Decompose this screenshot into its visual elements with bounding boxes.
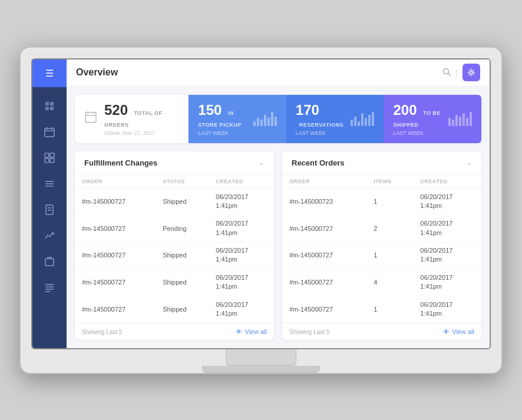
- created-cell: 06/20/2017 1:41pm: [413, 188, 481, 215]
- recent-orders-footer: Showing Last 5 👁 View all: [282, 323, 481, 340]
- order-cell: #m-145000727: [75, 296, 156, 323]
- eye-icon-2: 👁: [443, 328, 450, 335]
- pickup-number: 150: [198, 102, 222, 118]
- table-row: #m-145000727 4 06/20/2017 1:41pm: [282, 269, 481, 296]
- svg-rect-7: [50, 158, 54, 163]
- items-cell: 1: [366, 188, 413, 215]
- sidebar-item-grid[interactable]: [32, 146, 67, 170]
- sidebar-item-orders[interactable]: [32, 172, 67, 196]
- hamburger-icon[interactable]: ☰: [45, 68, 54, 79]
- sidebar-item-dashboard[interactable]: [32, 94, 67, 118]
- sidebar-item-inventory[interactable]: [32, 250, 67, 273]
- sidebar-item-documents[interactable]: [32, 198, 67, 221]
- recent-col-order: ORDER: [282, 175, 366, 188]
- recent-view-all-label: View all: [452, 328, 474, 335]
- order-cell: #m-145000727: [282, 269, 366, 296]
- settings-button[interactable]: [462, 64, 480, 81]
- svg-rect-23: [85, 113, 96, 123]
- inventory-icon: [44, 256, 55, 267]
- fulfillment-header: Fulfillment Changes ⌄: [75, 151, 274, 175]
- calendar-icon: [44, 126, 55, 138]
- status-cell: Shipped: [156, 296, 209, 323]
- status-cell: Shipped: [156, 242, 209, 269]
- recent-showing: Showing Last 5: [289, 329, 329, 335]
- recent-orders-chevron-icon[interactable]: ⌄: [466, 158, 472, 167]
- fulfillment-col-created: CREATED: [209, 175, 274, 188]
- reservations-number: 170: [296, 102, 319, 118]
- eye-icon: 👁: [236, 328, 242, 335]
- items-cell: 1: [366, 296, 413, 323]
- fulfillment-showing: Showing Last 5: [82, 329, 122, 335]
- tables-row: Fulfillment Changes ⌄ ORDER STATUS CREAT…: [75, 151, 481, 340]
- page-title: Overview: [76, 67, 437, 78]
- stat-pickup: 150 IN STORE PICKUP LAST WEEK: [189, 95, 286, 143]
- order-cell: #m-145000727: [282, 296, 366, 323]
- items-cell: 1: [366, 242, 413, 269]
- fulfillment-table: ORDER STATUS CREATED #m-145000727 Shippe…: [75, 175, 274, 323]
- svg-point-14: [52, 233, 55, 235]
- created-cell: 06/20/2017 1:41pm: [209, 296, 274, 323]
- table-row: #m-145000727 1 06/20/2017 1:41pm: [282, 296, 481, 323]
- recent-orders-card: Recent Orders ⌄ ORDER ITEMS CREATED: [282, 151, 481, 340]
- total-orders-info: 520 TOTAL OF ORDERS Oldest: Mar. 27, 201…: [104, 102, 179, 136]
- reports-icon: [44, 230, 55, 242]
- fulfillment-col-order: ORDER: [75, 175, 156, 188]
- reservations-chart: [351, 112, 374, 126]
- table-row: #m-145000727 1 06/20/2017 1:41pm: [282, 242, 481, 269]
- topbar-right: |: [442, 64, 480, 81]
- items-cell: 4: [366, 269, 413, 296]
- reservations-label: RESERVATIONS: [299, 122, 344, 128]
- recent-view-all-button[interactable]: 👁 View all: [443, 328, 474, 335]
- topbar-divider: |: [455, 68, 458, 77]
- order-cell: #m-145000727: [75, 215, 156, 242]
- sidebar-item-calendar[interactable]: [32, 120, 67, 144]
- pickup-chart: [253, 112, 277, 126]
- fulfillment-col-status: STATUS: [156, 175, 209, 188]
- items-cell: 2: [366, 215, 413, 242]
- sidebar-nav: [32, 87, 67, 306]
- search-icon[interactable]: [442, 68, 451, 78]
- created-cell: 06/20/2017 1:41pm: [413, 242, 481, 269]
- sidebar-item-reports[interactable]: [32, 224, 67, 247]
- shipped-number: 200: [393, 102, 417, 118]
- created-cell: 06/20/2017 1:41pm: [209, 188, 274, 215]
- sidebar: ☰: [32, 59, 67, 348]
- fulfillment-title: Fulfillment Changes: [84, 158, 157, 167]
- recent-orders-title: Recent Orders: [292, 158, 345, 167]
- fulfillment-chevron-icon[interactable]: ⌄: [259, 158, 265, 167]
- svg-point-22: [470, 71, 473, 74]
- total-orders-number: 520: [104, 102, 128, 118]
- list-icon: [44, 282, 55, 293]
- content-area: 520 TOTAL OF ORDERS Oldest: Mar. 27, 201…: [67, 87, 490, 348]
- table-row: #m-145000727 Shipped 06/20/2017 1:41pm: [75, 296, 274, 323]
- order-cell: #m-145000727: [282, 242, 366, 269]
- recent-orders-header: Recent Orders ⌄: [282, 151, 481, 175]
- order-cell: #m-145000723: [282, 188, 366, 215]
- order-cell: #m-145000727: [75, 188, 156, 215]
- stat-reservations: 170 RESERVATIONS LAST WEEK: [286, 95, 384, 143]
- shipped-sub: LAST WEEK: [393, 130, 441, 136]
- reservations-info: 170 RESERVATIONS LAST WEEK: [296, 102, 344, 136]
- pickup-info: 150 IN STORE PICKUP LAST WEEK: [198, 102, 246, 136]
- svg-rect-5: [50, 153, 54, 157]
- table-row: #m-145000727 Pending 06/20/2017 1:41pm: [75, 215, 274, 242]
- fulfillment-view-all-button[interactable]: 👁 View all: [236, 328, 267, 335]
- orders-icon: [44, 178, 55, 190]
- table-row: #m-145000723 1 06/20/2017 1:41pm: [282, 188, 481, 215]
- pickup-sub: LAST WEEK: [198, 130, 246, 136]
- sidebar-item-list[interactable]: [32, 276, 67, 299]
- orders-icon: [84, 111, 97, 127]
- stat-total-orders: 520 TOTAL OF ORDERS Oldest: Mar. 27, 201…: [75, 95, 189, 143]
- stats-row: 520 TOTAL OF ORDERS Oldest: Mar. 27, 201…: [75, 95, 481, 143]
- recent-orders-table: ORDER ITEMS CREATED #m-145000723 1 06/20…: [282, 175, 481, 323]
- table-row: #m-145000727 2 06/20/2017 1:41pm: [282, 215, 481, 242]
- svg-rect-11: [46, 205, 53, 214]
- table-row: #m-145000727 Shipped 06/20/2017 1:41pm: [75, 269, 274, 296]
- main-content: Overview |: [67, 59, 490, 348]
- order-cell: #m-145000727: [282, 215, 366, 242]
- svg-line-21: [448, 73, 451, 75]
- status-cell: Shipped: [156, 188, 209, 215]
- created-cell: 06/20/2017 1:41pm: [209, 215, 274, 242]
- status-cell: Shipped: [156, 269, 209, 296]
- order-cell: #m-145000727: [75, 242, 156, 269]
